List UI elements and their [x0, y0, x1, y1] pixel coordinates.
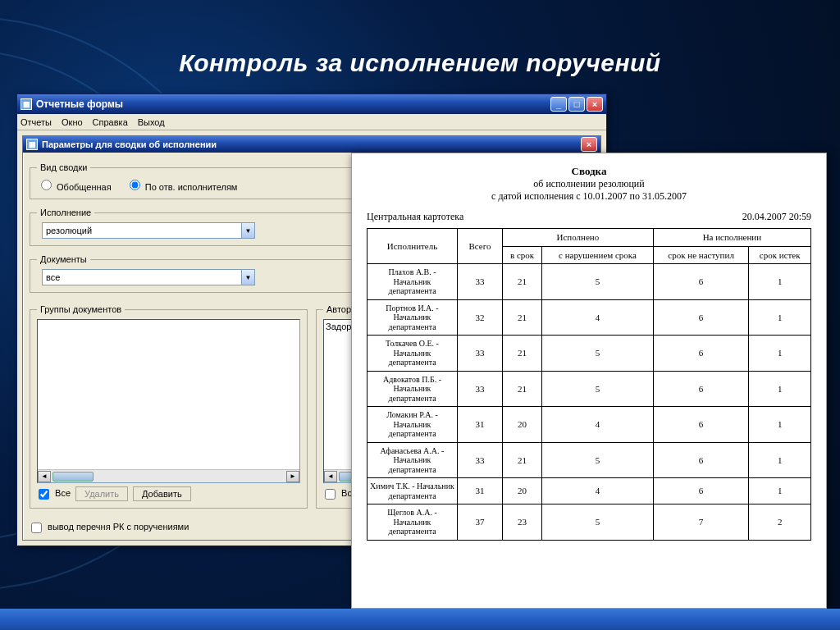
cell-ontime: 21 [503, 336, 542, 372]
table-row: Афанасьева А.А. - Начальник департамента… [368, 442, 811, 478]
cell-notdue: 6 [653, 407, 749, 443]
cell-executor: Плахов А.В. - Начальник департамента [368, 264, 458, 300]
cell-executor: Афанасьева А.А. - Начальник департамента [368, 442, 458, 478]
close-button[interactable]: × [587, 97, 603, 112]
cell-notdue: 6 [653, 371, 749, 407]
report-sub1: об исполнении резолюций [533, 178, 644, 189]
cell-late: 5 [542, 264, 654, 300]
report-sub2: с датой исполнения с 10.01.2007 по 31.05… [491, 190, 687, 202]
cell-late: 5 [542, 442, 654, 478]
menu-exit[interactable]: Выход [138, 117, 165, 127]
docs-legend: Документы [37, 254, 90, 264]
radio-by-exec-label[interactable]: По отв. исполнителям [126, 182, 238, 192]
chevron-down-icon[interactable]: ▼ [241, 223, 254, 238]
group-docgroups: Группы документов ◄ ► Все [30, 304, 308, 509]
cell-overdue: 1 [749, 336, 811, 372]
table-row: Толкачев О.Е. - Начальник департамента33… [368, 336, 811, 372]
app-icon: ▦ [21, 98, 32, 110]
cell-overdue: 1 [749, 264, 811, 300]
all-checkbox-label[interactable]: Все [37, 488, 71, 500]
table-row: Адвокатов П.Б. - Начальник департамента3… [368, 371, 811, 407]
table-row: Портнов И.А. - Начальник департамента322… [368, 299, 811, 336]
col-notdue: срок не наступил [653, 246, 749, 264]
scroll-left-icon[interactable]: ◄ [324, 471, 337, 482]
cell-ontime: 20 [503, 478, 542, 504]
all-checkbox-1[interactable] [39, 489, 49, 500]
output-checkbox-label[interactable]: вывод перечня РК с поручениями [30, 522, 189, 532]
radio-general[interactable] [41, 180, 52, 190]
col-pending: На исполнении [653, 229, 810, 247]
delete-button-1[interactable]: Удалить [75, 486, 128, 501]
add-button[interactable]: Добавить [133, 486, 191, 501]
docgroups-legend: Группы документов [37, 304, 125, 314]
docgroups-list[interactable]: ◄ ► [37, 319, 300, 483]
cell-late: 5 [542, 371, 654, 407]
output-checkbox-text: вывод перечня РК с поручениями [48, 522, 189, 532]
main-titlebar[interactable]: ▦ Отчетные формы _ □ × [17, 94, 606, 114]
report-table: Исполнитель Всего Исполнено На исполнени… [367, 228, 811, 541]
cell-overdue: 2 [749, 504, 811, 541]
cell-executor: Портнов И.А. - Начальник департамента [368, 299, 458, 336]
scroll-left-icon[interactable]: ◄ [38, 471, 51, 482]
scroll-right-icon[interactable]: ► [286, 471, 299, 482]
report-title: Сводка [572, 165, 607, 177]
cell-late: 4 [542, 299, 654, 336]
table-row: Химич Т.К. - Начальник департамента31204… [368, 478, 811, 504]
cell-late: 5 [542, 336, 654, 372]
cell-notdue: 7 [653, 504, 749, 541]
dialog-icon: ▦ [26, 139, 38, 150]
cell-executor: Химич Т.К. - Начальник департамента [368, 478, 458, 504]
all-label-1: Все [55, 488, 71, 498]
cell-total: 32 [458, 299, 503, 336]
maximize-button[interactable]: □ [568, 97, 585, 112]
table-row: Ломакин Р.А. - Начальник департамента312… [368, 407, 811, 443]
report-place: Центральная картотека [367, 211, 463, 223]
all-checkbox-2[interactable] [325, 489, 336, 500]
cell-total: 31 [458, 407, 503, 443]
docs-input[interactable] [43, 270, 241, 285]
minimize-button[interactable]: _ [550, 97, 567, 112]
col-late: с нарушением срока [542, 246, 654, 264]
menu-window[interactable]: Окно [62, 117, 83, 127]
table-row: Плахов А.В. - Начальник департамента3321… [368, 264, 811, 300]
menu-help[interactable]: Справка [93, 117, 128, 127]
cell-notdue: 6 [653, 442, 749, 478]
chevron-down-icon[interactable]: ▼ [241, 270, 254, 285]
menubar: Отчеты Окно Справка Выход [17, 114, 606, 130]
cell-notdue: 6 [653, 264, 749, 300]
radio-general-label[interactable]: Обобщенная [37, 182, 114, 192]
dialog-close-button[interactable]: × [581, 137, 597, 152]
radio-by-exec-text: По отв. исполнителям [145, 182, 238, 192]
col-overdue: срок истек [749, 246, 811, 264]
scroll-thumb[interactable] [52, 472, 94, 482]
cell-late: 4 [542, 478, 654, 504]
cell-executor: Толкачев О.Е. - Начальник департамента [368, 336, 458, 372]
cell-total: 37 [458, 504, 503, 541]
cell-executor: Адвокатов П.Б. - Начальник департамента [368, 371, 458, 407]
docs-combo[interactable]: ▼ [42, 269, 255, 285]
cell-total: 33 [458, 336, 503, 372]
cell-notdue: 6 [653, 336, 749, 372]
radio-general-text: Обобщенная [57, 182, 112, 192]
table-row: Щеглов А.А. - Начальник департамента3723… [368, 504, 811, 541]
cell-total: 33 [458, 264, 503, 300]
taskbar[interactable] [0, 609, 840, 630]
col-total: Всего [458, 229, 503, 264]
cell-overdue: 1 [749, 299, 811, 336]
dialog-titlebar[interactable]: ▦ Параметры для сводки об исполнении × [23, 136, 600, 153]
output-checkbox[interactable] [31, 523, 42, 533]
cell-total: 33 [458, 371, 503, 407]
cell-late: 4 [542, 407, 654, 443]
radio-by-exec[interactable] [130, 180, 140, 190]
cell-ontime: 21 [503, 264, 542, 300]
menu-reports[interactable]: Отчеты [21, 117, 52, 127]
cell-overdue: 1 [749, 371, 811, 407]
exec-combo[interactable]: ▼ [42, 222, 255, 239]
exec-input[interactable] [43, 223, 241, 238]
report-header: Сводка об исполнении резолюций с датой и… [367, 165, 811, 203]
cell-late: 5 [542, 504, 654, 541]
group-kind-legend: Вид сводки [37, 162, 90, 172]
cell-overdue: 1 [749, 407, 811, 443]
cell-executor: Ломакин Р.А. - Начальник департамента [368, 407, 458, 443]
scrollbar[interactable]: ◄ ► [38, 469, 299, 482]
